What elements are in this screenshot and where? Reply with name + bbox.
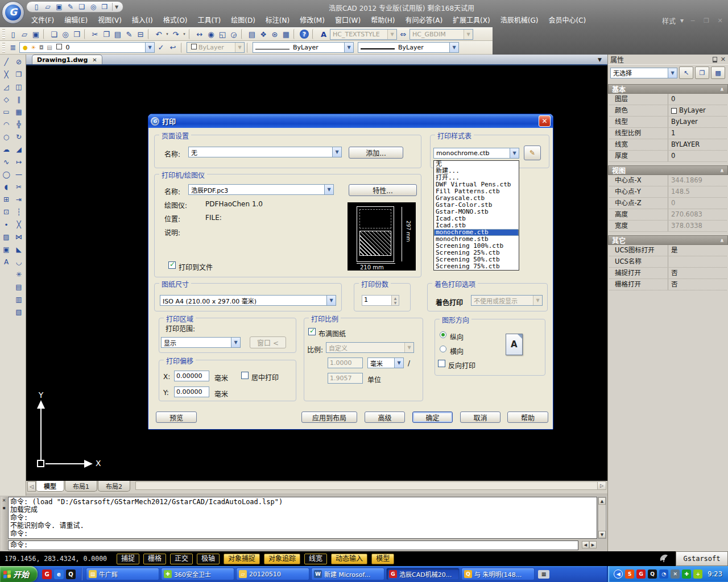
point-icon[interactable]: ∙ bbox=[1, 218, 12, 231]
ellipse-arc-icon[interactable]: ◖ bbox=[1, 181, 12, 193]
sogou-tray-icon[interactable]: S bbox=[625, 569, 634, 579]
reverse-plot-checkbox[interactable] bbox=[438, 360, 445, 367]
menu-item[interactable]: 窗口(W) bbox=[330, 14, 366, 27]
clipboard-icon[interactable]: ▧ bbox=[13, 306, 24, 318]
lengthen-icon[interactable]: — bbox=[13, 168, 24, 181]
status-toggle[interactable]: 对象捕捉 bbox=[224, 554, 260, 564]
status-toggle[interactable]: 模型 bbox=[371, 554, 394, 564]
spin-down-icon[interactable]: ▼ bbox=[392, 301, 399, 306]
explode-icon[interactable]: ✳ bbox=[13, 268, 24, 281]
browser-tray-icon[interactable]: ◔ bbox=[659, 569, 668, 579]
dialog-close-button[interactable]: ✕ bbox=[539, 115, 551, 127]
chevron-down-icon[interactable]: ▼ bbox=[510, 148, 519, 158]
stretch-icon[interactable]: ↦ bbox=[13, 156, 24, 168]
paper-size-combo[interactable]: ISO A4 (210.00 x 297.00 毫米) ▼ bbox=[160, 295, 336, 306]
rectangle-icon[interactable]: ▭ bbox=[1, 106, 12, 118]
scroll-up-icon[interactable]: ▲ bbox=[598, 497, 606, 505]
qq-tray-icon[interactable]: Q bbox=[648, 569, 657, 579]
copy-icon[interactable]: ❐ bbox=[101, 28, 112, 40]
property-value[interactable]: BYLAYER bbox=[668, 139, 727, 150]
break-icon[interactable]: ╳ bbox=[13, 218, 24, 231]
menu-item[interactable]: 浩辰机械(G) bbox=[495, 14, 544, 27]
chevron-down-icon[interactable]: ▼ bbox=[235, 43, 244, 52]
copies-spinner[interactable]: 1 ▲▼ bbox=[362, 295, 399, 306]
ellipse-icon[interactable]: ◯ bbox=[1, 168, 12, 181]
layout-tab[interactable]: 布局1 bbox=[65, 481, 97, 492]
calculator-icon[interactable]: ▦ bbox=[280, 28, 292, 40]
layer-manager-icon[interactable]: ≣ bbox=[7, 42, 19, 53]
spline-icon[interactable]: ∿ bbox=[1, 156, 12, 168]
spin-up-icon[interactable]: ▲ bbox=[392, 296, 399, 301]
dialog-title-bar[interactable]: G 打印 ✕ bbox=[148, 114, 553, 128]
center-plot-checkbox[interactable] bbox=[241, 372, 249, 379]
status-toggle[interactable]: 对象追踪 bbox=[264, 554, 300, 564]
menu-item[interactable]: 视图(V) bbox=[93, 14, 127, 27]
pin-icon[interactable]: ▪ bbox=[2, 505, 5, 510]
insert-block-icon[interactable]: ⊞ bbox=[1, 193, 12, 206]
lineweight-combo[interactable]: ByLayer ▼ bbox=[358, 42, 459, 53]
region-icon[interactable]: ▣ bbox=[1, 243, 12, 256]
menu-item[interactable]: 绘图(D) bbox=[226, 14, 260, 27]
circle-icon[interactable]: ○ bbox=[1, 131, 12, 143]
close-icon[interactable]: ✕ bbox=[721, 56, 726, 63]
plot-style-option[interactable]: monochrome.ctb bbox=[434, 229, 519, 236]
property-value[interactable]: 0 bbox=[668, 94, 727, 105]
scale-numerator-input[interactable]: 1.0000 bbox=[328, 357, 363, 368]
plot-style-option[interactable]: Gstar-MONO.stb bbox=[434, 209, 519, 215]
shaded-plot-combo[interactable]: 不使用或按显示 ▼ bbox=[471, 295, 543, 306]
array-icon[interactable]: ▦ bbox=[13, 106, 24, 118]
property-value[interactable]: 否 bbox=[668, 279, 727, 290]
tab-close-icon[interactable]: ✕ bbox=[92, 57, 97, 63]
menu-item[interactable]: 插入(I) bbox=[127, 14, 158, 27]
save-icon[interactable]: ▣ bbox=[30, 28, 42, 40]
plot-style-option[interactable]: Icad.stb bbox=[434, 222, 519, 229]
command-hscrollbar[interactable]: ◀ ▶ bbox=[582, 541, 597, 548]
menu-item[interactable]: 编辑(E) bbox=[59, 14, 93, 27]
scroll-left-icon[interactable]: ◀ bbox=[582, 541, 589, 548]
property-value[interactable]: 0 bbox=[668, 151, 727, 161]
landscape-radio[interactable] bbox=[440, 346, 446, 352]
chamfer-icon[interactable]: ◣ bbox=[13, 243, 24, 256]
plot-style-option[interactable]: Screening 25%.ctb bbox=[434, 250, 519, 256]
chevron-down-icon[interactable]: ▼ bbox=[324, 185, 333, 194]
tab-scroll-left-icon[interactable]: ◁ bbox=[27, 481, 36, 492]
chevron-down-icon[interactable]: ▼ bbox=[231, 338, 240, 347]
extend-icon[interactable]: ⇥ bbox=[13, 193, 24, 206]
advanced-button[interactable]: 高级 bbox=[365, 411, 405, 423]
layout-tab[interactable]: 模型 bbox=[36, 481, 64, 492]
vendor-button[interactable]: Gstarsoft bbox=[676, 551, 728, 566]
layout-scrollbar[interactable]: ▷ bbox=[135, 481, 606, 490]
save-as-icon[interactable]: ✎ bbox=[65, 2, 76, 11]
make-block-icon[interactable]: ⊡ bbox=[1, 206, 12, 218]
command-window-grip[interactable]: ✕ ▪ bbox=[1, 497, 7, 550]
copy-object-icon[interactable]: ❐ bbox=[13, 68, 24, 81]
quick-access-overflow-icon[interactable]: ▼ bbox=[115, 5, 118, 10]
toggle-pickadd-button[interactable]: ↖ bbox=[679, 66, 693, 79]
arc-icon[interactable]: ◠ bbox=[1, 118, 12, 131]
scale-unit-combo[interactable]: 毫米 ▼ bbox=[367, 357, 404, 368]
fit-to-paper-checkbox[interactable] bbox=[308, 328, 316, 335]
chevron-down-icon[interactable]: ▼ bbox=[145, 43, 154, 52]
chevron-down-icon[interactable]: ▼ bbox=[533, 296, 542, 305]
open-file-icon[interactable]: ▱ bbox=[43, 2, 53, 11]
tab-overflow-icon[interactable]: ▼ bbox=[598, 57, 602, 63]
chevron-down-icon[interactable]: ▼ bbox=[326, 296, 336, 305]
status-toggle[interactable]: 线宽 bbox=[304, 554, 327, 564]
status-toggle[interactable]: 动态输入 bbox=[331, 554, 367, 564]
scale-denominator-input[interactable]: 1.9057 bbox=[328, 373, 363, 384]
undo-icon[interactable]: ↶ bbox=[153, 28, 164, 40]
keyboard-icon[interactable]: ▦ bbox=[538, 570, 549, 579]
save-icon[interactable]: ▣ bbox=[54, 2, 64, 11]
property-value[interactable]: ByLayer bbox=[668, 117, 727, 127]
pan-icon[interactable]: ↔ bbox=[194, 28, 205, 40]
menu-item[interactable]: 格式(O) bbox=[158, 14, 193, 27]
line-icon[interactable]: ╱ bbox=[1, 56, 12, 68]
status-toggle[interactable]: 捕捉 bbox=[117, 554, 139, 564]
offset-y-input[interactable]: 0.00000 bbox=[174, 386, 209, 397]
undo-dropdown-icon[interactable]: ▾ bbox=[164, 28, 170, 40]
quick-select-button[interactable]: ▩ bbox=[711, 66, 725, 79]
zoom-realtime-icon[interactable]: ◉ bbox=[205, 28, 217, 40]
scale-icon[interactable]: ◢ bbox=[13, 143, 24, 156]
options-icon[interactable]: ⊛ bbox=[269, 28, 280, 40]
ok-button[interactable]: 确定 bbox=[412, 411, 453, 423]
